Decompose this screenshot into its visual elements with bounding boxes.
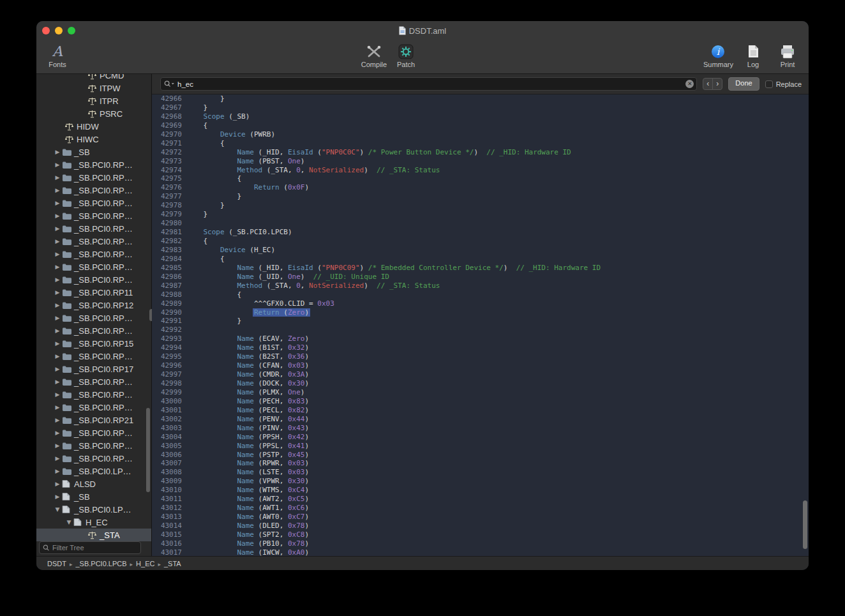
sidebar-item-_sb-pci0-rp[interactable]: ▶_SB.PCI0.RP… (36, 426, 151, 439)
sidebar-item-_sb[interactable]: ▶_SB (36, 146, 151, 158)
sidebar-item-_sb-pci0-rp[interactable]: ▶_SB.PCI0.RP… (36, 222, 151, 235)
patch-button[interactable]: Patch (391, 40, 421, 68)
zoom-button[interactable] (68, 27, 75, 34)
expand-triangle-icon[interactable]: ▶ (53, 481, 62, 487)
sidebar-item-hiwc[interactable]: HIWC (36, 133, 151, 146)
sidebar-item-psrc[interactable]: PSRC (36, 107, 151, 120)
expand-triangle-icon[interactable]: ▶ (53, 264, 62, 270)
code-line: 42995 Name (B2ST, 0x36) (152, 352, 809, 361)
search-menu-icon[interactable] (164, 80, 175, 87)
expand-triangle-icon[interactable]: ▶ (53, 366, 62, 372)
sidebar-item-h_ec[interactable]: ▼H_EC (36, 516, 151, 529)
titlebar[interactable]: DSDT.aml (36, 21, 809, 40)
sidebar-item-_sb-pci0-rp11[interactable]: ▶_SB.PCI0.RP11 (36, 286, 151, 299)
expand-triangle-icon[interactable]: ▶ (53, 251, 62, 257)
print-button[interactable]: Print (773, 40, 802, 68)
expand-triangle-icon[interactable]: ▶ (53, 187, 62, 193)
expand-triangle-icon[interactable]: ▶ (53, 327, 62, 334)
sidebar-item-itpr[interactable]: ITPR (36, 94, 151, 107)
expand-triangle-icon[interactable]: ▶ (53, 493, 62, 500)
replace-toggle[interactable]: Replace (765, 80, 802, 88)
expand-triangle-icon[interactable]: ▶ (53, 468, 62, 474)
sidebar-item-_sb-pci0-rp[interactable]: ▶_SB.PCI0.RP… (36, 248, 151, 260)
sidebar-item-alsd[interactable]: ▶ALSD (36, 477, 151, 490)
expand-triangle-icon[interactable]: ▶ (53, 455, 62, 462)
fonts-button[interactable]: A Fonts (43, 40, 72, 68)
sidebar-item-_sb-pci0-rp[interactable]: ▶_SB.PCI0.RP… (36, 324, 151, 337)
sidebar-item-_sb-pci0-lp[interactable]: ▶_SB.PCI0.LP… (36, 465, 151, 477)
line-number: 43004 (152, 433, 182, 442)
minimize-button[interactable] (55, 27, 63, 34)
sidebar-item-_sb-pci0-rp[interactable]: ▶_SB.PCI0.RP… (36, 184, 151, 197)
expand-triangle-icon[interactable]: ▶ (53, 276, 62, 283)
expand-triangle-icon[interactable]: ▶ (53, 379, 62, 385)
collapse-triangle-icon[interactable]: ▼ (64, 519, 73, 525)
expand-triangle-icon[interactable]: ▶ (53, 353, 62, 359)
sidebar-item-_sb-pci0-rp15[interactable]: ▶_SB.PCI0.RP15 (36, 337, 151, 350)
log-button[interactable]: Log (738, 40, 768, 68)
sidebar-item-_sb-pci0-rp[interactable]: ▶_SB.PCI0.RP… (36, 260, 151, 273)
collapse-triangle-icon[interactable]: ▼ (53, 506, 62, 513)
code-line: 42977 } (152, 192, 809, 201)
sidebar-item-pcmd[interactable]: PCMD (36, 74, 151, 82)
expand-triangle-icon[interactable]: ▶ (53, 391, 62, 398)
expand-triangle-icon[interactable]: ▶ (53, 315, 62, 321)
code-text: Scope (_SB) (186, 112, 250, 121)
expand-triangle-icon[interactable]: ▶ (53, 225, 62, 232)
expand-triangle-icon[interactable]: ▶ (53, 404, 62, 410)
expand-triangle-icon[interactable]: ▶ (53, 213, 62, 219)
expand-triangle-icon[interactable]: ▶ (53, 238, 62, 244)
sidebar-item-hidw[interactable]: HIDW (36, 120, 151, 133)
code-editor[interactable]: 42966 }42967 }42968 Scope (_SB)42969 {42… (152, 94, 809, 556)
sidebar-scrollbar[interactable] (146, 408, 150, 492)
expand-triangle-icon[interactable]: ▶ (53, 162, 62, 168)
breadcrumb-item[interactable]: DSDT (47, 560, 66, 567)
expand-triangle-icon[interactable]: ▶ (53, 200, 62, 206)
done-button[interactable]: Done (728, 77, 759, 91)
sidebar-item-_sb[interactable]: ▶_SB (36, 490, 151, 503)
sidebar-item-_sb-pci0-rp[interactable]: ▶_SB.PCI0.RP… (36, 273, 151, 286)
expand-triangle-icon[interactable]: ▶ (53, 430, 62, 436)
breadcrumb-item[interactable]: _SB.PCI0.LPCB (75, 560, 126, 567)
clear-search-icon[interactable]: ✕ (685, 80, 694, 88)
expand-triangle-icon[interactable]: ▶ (53, 302, 62, 308)
expand-triangle-icon[interactable]: ▶ (53, 289, 62, 296)
expand-triangle-icon[interactable]: ▶ (53, 417, 62, 423)
method-icon (87, 531, 99, 539)
expand-triangle-icon[interactable]: ▶ (53, 442, 62, 449)
sidebar-item-_sb-pci0-rp[interactable]: ▶_SB.PCI0.RP… (36, 171, 151, 184)
expand-triangle-icon[interactable]: ▶ (53, 340, 62, 347)
sidebar-item-_sb-pci0-rp[interactable]: ▶_SB.PCI0.RP… (36, 375, 151, 388)
expand-triangle-icon[interactable]: ▶ (53, 174, 62, 181)
filter-tree-input[interactable]: Filter Tree (39, 541, 141, 554)
sidebar-item-_sb-pci0-rp[interactable]: ▶_SB.PCI0.RP… (36, 209, 151, 222)
sidebar-item-_sb-pci0-rp[interactable]: ▶_SB.PCI0.RP… (36, 452, 151, 465)
code-line: 42978 } (152, 201, 809, 210)
replace-checkbox[interactable] (765, 80, 773, 88)
find-previous-button[interactable]: ‹ (703, 78, 713, 90)
sidebar-item-_sb-pci0-rp[interactable]: ▶_SB.PCI0.RP… (36, 439, 151, 452)
sidebar-item-_sb-pci0-rp[interactable]: ▶_SB.PCI0.RP… (36, 235, 151, 248)
close-button[interactable] (42, 27, 50, 34)
editor-scrollbar[interactable] (803, 500, 807, 549)
sidebar-item-_sb-pci0-lp[interactable]: ▼_SB.PCI0.LP… (36, 503, 151, 516)
sidebar-item-_sb-pci0-rp[interactable]: ▶_SB.PCI0.RP… (36, 388, 151, 401)
sidebar-item-_sb-pci0-rp12[interactable]: ▶_SB.PCI0.RP12 (36, 299, 151, 312)
find-next-button[interactable]: › (712, 78, 722, 90)
expand-triangle-icon[interactable]: ▶ (53, 149, 62, 155)
sidebar-item-_sb-pci0-rp21[interactable]: ▶_SB.PCI0.RP21 (36, 414, 151, 426)
search-input[interactable]: h_ec ✕ (160, 77, 697, 91)
sidebar-item-_sb-pci0-rp[interactable]: ▶_SB.PCI0.RP… (36, 350, 151, 363)
sidebar-item-_sb-pci0-rp[interactable]: ▶_SB.PCI0.RP… (36, 312, 151, 324)
compile-button[interactable]: Compile (359, 40, 389, 68)
summary-button[interactable]: i Summary (703, 40, 733, 68)
code-text: } (186, 103, 207, 112)
sidebar-item-_sta[interactable]: _STA (36, 529, 151, 541)
sidebar-item-itpw[interactable]: ITPW (36, 82, 151, 94)
breadcrumb-item[interactable]: _STA (164, 560, 181, 567)
sidebar-item-_sb-pci0-rp[interactable]: ▶_SB.PCI0.RP… (36, 158, 151, 171)
breadcrumb-item[interactable]: H_EC (136, 560, 154, 567)
sidebar-item-_sb-pci0-rp[interactable]: ▶_SB.PCI0.RP… (36, 197, 151, 209)
sidebar-item-_sb-pci0-rp17[interactable]: ▶_SB.PCI0.RP17 (36, 363, 151, 375)
sidebar-item-_sb-pci0-rp[interactable]: ▶_SB.PCI0.RP… (36, 401, 151, 414)
